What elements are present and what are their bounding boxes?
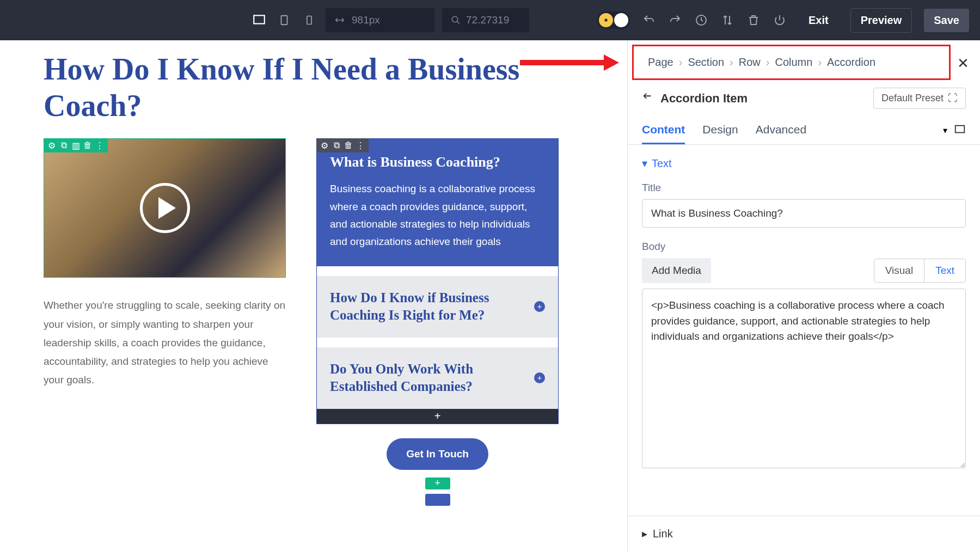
tab-design[interactable]: Design bbox=[702, 117, 738, 144]
moon-icon bbox=[614, 13, 628, 27]
module-toolbar: ⚙ ⧉ 🗑 ⋮ bbox=[316, 138, 369, 152]
canvas-area: How Do I Know If I Need a Business Coach… bbox=[0, 40, 627, 551]
width-value: 981px bbox=[352, 14, 380, 26]
accordion-title: Do You Only Work With Established Compan… bbox=[330, 360, 534, 396]
device-phone-icon[interactable] bbox=[301, 11, 318, 29]
theme-toggle[interactable] bbox=[597, 11, 630, 29]
svg-rect-2 bbox=[307, 16, 311, 25]
breadcrumb: Page› Section› Row› Column› Accordion bbox=[648, 56, 875, 69]
breadcrumb-item[interactable]: Section bbox=[688, 56, 724, 69]
breadcrumb-item[interactable]: Page bbox=[648, 56, 673, 69]
accordion-body: Business coaching is a collaborative pro… bbox=[330, 180, 545, 250]
title-label: Title bbox=[642, 182, 966, 194]
more-icon[interactable]: ⋮ bbox=[356, 140, 365, 150]
add-section-button[interactable]: + bbox=[425, 477, 450, 489]
settings-sidebar: Page› Section› Row› Column› Accordion ✕ … bbox=[627, 40, 980, 551]
trash-icon[interactable]: 🗑 bbox=[83, 140, 93, 150]
accordion-title: How Do I Know if Business Coaching Is Ri… bbox=[330, 289, 534, 325]
breadcrumb-item[interactable]: Accordion bbox=[827, 56, 875, 69]
text-section-toggle[interactable]: ▾ Text bbox=[642, 157, 966, 170]
preset-button[interactable]: Default Preset⛶ bbox=[873, 88, 966, 109]
device-desktop-icon[interactable] bbox=[250, 11, 268, 29]
expand-icon: ⛶ bbox=[948, 93, 958, 104]
panel-title: Accordion Item bbox=[660, 91, 748, 106]
video-thumbnail bbox=[44, 139, 285, 277]
device-tablet-icon[interactable] bbox=[275, 11, 293, 29]
svg-rect-1 bbox=[281, 16, 287, 25]
text-tab[interactable]: Text bbox=[924, 259, 965, 282]
zoom-input[interactable]: 72.27319 bbox=[442, 8, 529, 32]
gear-icon[interactable]: ⚙ bbox=[47, 140, 57, 150]
tab-advanced[interactable]: Advanced bbox=[756, 117, 806, 144]
accordion-title: What is Business Coaching? bbox=[330, 154, 545, 170]
visual-tab[interactable]: Visual bbox=[874, 259, 924, 282]
power-icon[interactable] bbox=[773, 13, 787, 27]
link-section-toggle[interactable]: ▸ Link bbox=[628, 516, 980, 551]
svg-point-3 bbox=[452, 16, 458, 22]
undo-icon[interactable] bbox=[642, 13, 656, 27]
add-item-button[interactable]: + bbox=[317, 409, 558, 424]
accordion-item-open[interactable]: What is Business Coaching? Business coac… bbox=[317, 139, 558, 266]
back-icon[interactable] bbox=[642, 91, 654, 106]
play-icon[interactable] bbox=[140, 183, 190, 233]
sun-icon bbox=[599, 13, 613, 27]
columns-icon[interactable]: ▥ bbox=[71, 140, 81, 150]
sort-icon[interactable] bbox=[720, 13, 734, 27]
trash-icon[interactable] bbox=[746, 13, 761, 27]
preview-button[interactable]: Preview bbox=[850, 8, 912, 33]
close-icon[interactable]: ✕ bbox=[957, 55, 969, 72]
cta-button[interactable]: Get In Touch bbox=[387, 438, 488, 470]
module-toolbar: ⚙ ⧉ ▥ 🗑 ⋮ bbox=[44, 138, 108, 152]
top-toolbar: 981px 72.27319 Exit Preview Save bbox=[0, 0, 980, 40]
breadcrumb-item[interactable]: Row bbox=[739, 56, 761, 69]
svg-rect-6 bbox=[955, 125, 965, 132]
viewport-width-input[interactable]: 981px bbox=[326, 8, 434, 32]
description-text: Whether you're struggling to scale, seek… bbox=[44, 296, 286, 389]
accordion-module[interactable]: ⚙ ⧉ 🗑 ⋮ What is Business Coaching? Busin… bbox=[316, 138, 559, 424]
plus-icon[interactable]: + bbox=[534, 372, 545, 383]
body-label: Body bbox=[642, 241, 966, 253]
more-icon[interactable]: ⋮ bbox=[95, 140, 105, 150]
annotation-arrow bbox=[520, 60, 607, 65]
title-input[interactable] bbox=[642, 199, 966, 228]
tab-content[interactable]: Content bbox=[642, 117, 685, 144]
add-row-button[interactable] bbox=[425, 494, 450, 506]
svg-point-4 bbox=[604, 19, 607, 21]
copy-icon[interactable]: ⧉ bbox=[59, 140, 69, 150]
history-icon[interactable] bbox=[694, 13, 708, 27]
video-module[interactable]: ⚙ ⧉ ▥ 🗑 ⋮ bbox=[44, 138, 286, 278]
plus-icon[interactable]: + bbox=[534, 301, 545, 312]
redo-icon[interactable] bbox=[668, 13, 682, 27]
save-button[interactable]: Save bbox=[924, 9, 969, 32]
add-media-button[interactable]: Add Media bbox=[642, 258, 711, 283]
zoom-value: 72.27319 bbox=[466, 14, 509, 26]
page-title: How Do I Know If I Need a Business Coach… bbox=[44, 51, 584, 124]
body-textarea[interactable] bbox=[642, 289, 966, 468]
gear-icon[interactable]: ⚙ bbox=[320, 140, 329, 150]
svg-rect-0 bbox=[254, 15, 265, 23]
chevron-down-icon[interactable]: ▾ bbox=[943, 125, 947, 136]
trash-icon[interactable]: 🗑 bbox=[344, 140, 353, 150]
copy-icon[interactable]: ⧉ bbox=[332, 140, 341, 150]
accordion-item-closed[interactable]: Do You Only Work With Established Compan… bbox=[317, 347, 558, 409]
device-icon[interactable] bbox=[954, 124, 966, 138]
breadcrumb-item[interactable]: Column bbox=[775, 56, 812, 69]
accordion-item-closed[interactable]: How Do I Know if Business Coaching Is Ri… bbox=[317, 276, 558, 338]
exit-button[interactable]: Exit bbox=[799, 9, 838, 32]
